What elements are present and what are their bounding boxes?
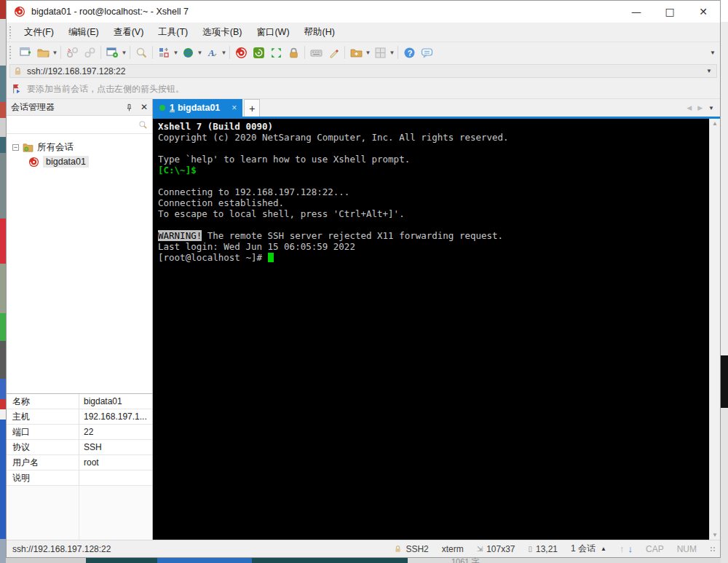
highlight-button[interactable] <box>325 44 342 61</box>
tile-windows-button[interactable] <box>371 44 389 61</box>
menu-item-help[interactable]: 帮助(H) <box>297 23 342 42</box>
open-dropdown-arrow[interactable]: ▼ <box>52 50 58 56</box>
address-dropdown-arrow[interactable]: ▼ <box>706 68 713 74</box>
new-session-button[interactable] <box>17 44 34 61</box>
minimize-button[interactable]: — <box>620 1 653 23</box>
property-row-name: 名称 bigdata01 <box>7 394 152 409</box>
session-properties-icon <box>106 47 119 59</box>
menu-item-tools[interactable]: 工具(T) <box>151 23 195 42</box>
font-dropdown-arrow[interactable]: ▼ <box>221 50 227 56</box>
layout-dropdown-arrow[interactable]: ▼ <box>173 50 179 56</box>
session-properties-grid: 名称 bigdata01 主机 192.168.197.1... 端口 22 协… <box>7 393 152 486</box>
status-cursor-position[interactable]: ▯ 13,21 <box>529 544 558 554</box>
menu-item-tabs[interactable]: 选项卡(B) <box>195 23 249 42</box>
pin-icon[interactable] <box>125 103 133 111</box>
xshell-logo-icon <box>14 6 25 17</box>
encoding-button[interactable] <box>179 44 197 61</box>
tab-close-icon[interactable]: × <box>232 103 237 113</box>
background-partial-text: 1061 字 <box>451 558 480 563</box>
scroll-down-icon[interactable]: ▼ <box>712 532 718 538</box>
close-button[interactable]: ✕ <box>687 1 720 23</box>
scroll-up-icon[interactable]: ▲ <box>712 120 718 127</box>
cursor-position-icon: ▯ <box>529 545 533 553</box>
tab-number: 1 <box>170 103 175 113</box>
terminal-line: Xshell 7 (Build 0090) <box>158 121 709 132</box>
menubar-grip[interactable] <box>9 25 12 39</box>
lock-screen-button[interactable] <box>285 44 302 61</box>
session-search-input[interactable] <box>11 119 138 130</box>
session-search-icon[interactable] <box>138 120 148 130</box>
maximize-button[interactable]: □ <box>653 1 687 23</box>
layout-button[interactable] <box>155 44 173 61</box>
help-button[interactable]: ? <box>400 44 418 61</box>
terminal-line: Type `help' to learn how to use Xshell p… <box>158 154 709 165</box>
status-terminal-size[interactable]: ⇲ 107x37 <box>477 544 515 554</box>
terminal-output[interactable]: Xshell 7 (Build 0090) Copyright (c) 2020… <box>153 119 709 540</box>
pen-icon <box>328 47 340 59</box>
menu-item-view[interactable]: 查看(V) <box>106 23 151 42</box>
window-resize-grip[interactable] <box>710 546 716 552</box>
status-session-label: 1 会话 <box>571 543 596 555</box>
property-row-description: 说明 <box>7 471 152 486</box>
session-count-dropdown-icon[interactable]: ▲ <box>601 546 606 552</box>
property-label: 用户名 <box>7 455 79 470</box>
address-lock-icon <box>13 66 23 76</box>
tab-list-dropdown-icon[interactable]: ▼ <box>708 105 714 111</box>
tab-scroll-left-icon[interactable]: ◀ <box>687 104 692 111</box>
tab-scroll-right-icon[interactable]: ▶ <box>697 104 703 111</box>
upload-arrow-icon[interactable]: ↑ <box>620 543 625 554</box>
new-folder-button[interactable] <box>347 44 365 61</box>
tile-dropdown-arrow[interactable]: ▼ <box>389 50 395 56</box>
window-title: bigdata01 - root@localhost:~ - Xshell 7 <box>31 7 189 17</box>
disconnect-button[interactable] <box>63 44 81 61</box>
terminal-scrollbar[interactable]: ▲ ▼ <box>709 119 720 540</box>
terminal-local-prompt: [C:\~]$ <box>158 165 709 176</box>
open-session-button[interactable] <box>34 44 52 61</box>
properties-dropdown-arrow[interactable]: ▼ <box>121 50 127 56</box>
download-arrow-icon[interactable]: ↓ <box>628 543 633 554</box>
toolbar-separator <box>344 46 345 59</box>
font-icon: A <box>206 47 218 59</box>
status-protocol[interactable]: SSH2 <box>394 544 428 554</box>
new-tab-button[interactable]: + <box>244 99 260 117</box>
address-field[interactable]: ssh://192.168.197.128:22 ▼ <box>9 64 717 78</box>
menu-item-file[interactable]: 文件(F) <box>17 23 61 42</box>
toolbar-overflow-arrow[interactable]: ▼ <box>710 50 716 56</box>
address-url: ssh://192.168.197.128:22 <box>27 66 125 76</box>
virtual-keyboard-button[interactable] <box>307 44 325 61</box>
toolbar-separator <box>60 46 61 59</box>
property-value: 192.168.197.1... <box>79 412 147 422</box>
tree-collapse-icon[interactable]: − <box>12 144 19 151</box>
status-session-count[interactable]: 1 会话 ▲ <box>571 543 606 555</box>
resize-icon: ⇲ <box>477 545 483 553</box>
disconnect-icon <box>66 47 79 59</box>
encoding-dropdown-arrow[interactable]: ▼ <box>197 50 203 56</box>
toolbar-grip[interactable] <box>9 45 12 60</box>
feedback-button[interactable] <box>418 44 435 61</box>
property-label: 名称 <box>7 394 79 409</box>
fullscreen-icon <box>270 47 282 59</box>
caption-buttons: — □ ✕ <box>620 1 720 23</box>
terminal-wrapper: Xshell 7 (Build 0090) Copyright (c) 2020… <box>153 119 720 540</box>
reconnect-button[interactable] <box>81 44 98 61</box>
shell-prompt: [root@localhost ~]# <box>158 252 268 263</box>
xftp-app-button[interactable] <box>250 44 267 61</box>
new-folder-dropdown-arrow[interactable]: ▼ <box>365 50 371 56</box>
tab-bigdata01[interactable]: 1 bigdata01 × <box>153 99 242 117</box>
fullscreen-button[interactable] <box>267 44 285 61</box>
warning-text: The remote SSH server rejected X11 forwa… <box>202 230 503 241</box>
terminal-blank-line <box>158 176 709 186</box>
address-bar: ssh://192.168.197.128:22 ▼ <box>7 63 720 79</box>
keyboard-icon <box>310 47 323 59</box>
xshell-app-button[interactable] <box>232 44 250 61</box>
session-properties-button[interactable] <box>103 44 121 61</box>
add-session-flag-icon <box>12 84 22 94</box>
panel-close-icon[interactable]: ✕ <box>141 102 148 112</box>
find-button[interactable] <box>132 44 150 61</box>
tree-item-bigdata01[interactable]: bigdata01 <box>7 154 152 169</box>
tree-item-all-sessions[interactable]: − 所有会话 <box>7 140 152 154</box>
status-terminal-type[interactable]: xterm <box>442 544 464 554</box>
menu-item-edit[interactable]: 编辑(E) <box>61 23 106 42</box>
font-button[interactable]: A <box>203 44 221 61</box>
menu-item-window[interactable]: 窗口(W) <box>249 23 296 42</box>
